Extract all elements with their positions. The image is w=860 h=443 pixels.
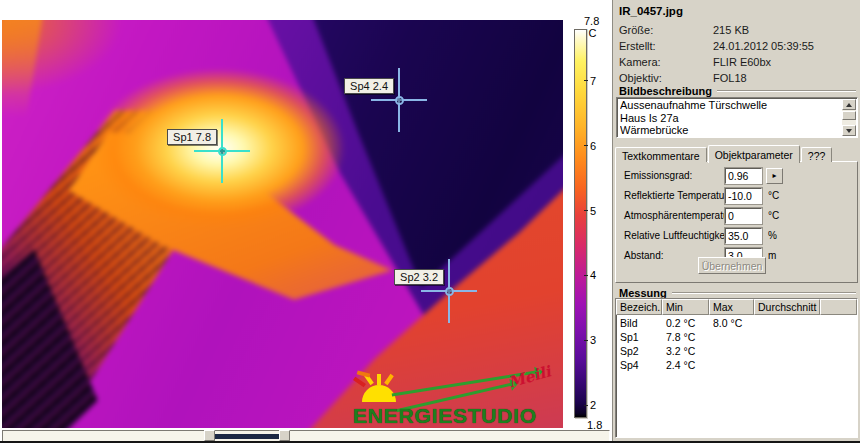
scale-tick: 6 xyxy=(584,140,596,152)
parameter-unit: m xyxy=(768,250,776,261)
measurement-cell: 8.0 °C xyxy=(709,317,754,331)
description-text: Aussenaufnahme TürschwelleHaus Is 27aWär… xyxy=(620,99,840,137)
temperature-scale-bar[interactable] xyxy=(574,29,587,418)
measurement-column-header[interactable]: Bezeich... xyxy=(616,299,662,315)
file-info-value: FLIR E60bx xyxy=(713,56,771,68)
measurement-cell: 2.4 °C xyxy=(662,359,709,373)
measurement-cell xyxy=(754,317,820,331)
measurement-row[interactable]: Sp17.8 °C xyxy=(616,331,857,345)
scale-tick: 4 xyxy=(584,269,596,281)
scale-tick: 3 xyxy=(584,334,596,346)
measurement-cell: Bild xyxy=(616,317,662,331)
scale-tick: 2 xyxy=(584,399,596,411)
parameter-input[interactable] xyxy=(725,228,762,244)
apply-button[interactable]: Übernehmen xyxy=(698,257,766,274)
parameter-unit: % xyxy=(768,230,777,241)
file-info-rows: Größe:215 KBErstellt:24.01.2012 05:39:55… xyxy=(613,24,860,88)
measurement-header-row: Bezeich...MinMaxDurchschnitt xyxy=(616,299,857,315)
measurement-row[interactable]: Sp42.4 °C xyxy=(616,359,857,373)
tick-mark xyxy=(584,405,588,406)
object-parameters-panel: Emissionsgrad:▸Reflektierte Temperatur:°… xyxy=(615,161,858,283)
measurement-cell: Sp1 xyxy=(616,331,662,345)
spot-markers: Sp1 7.8Sp4 2.4Sp2 3.2 xyxy=(2,20,563,428)
measurement-cell: 7.8 °C xyxy=(662,331,709,345)
tab-unknown[interactable]: ??? xyxy=(801,147,833,162)
measurement-rows: Bild0.2 °C8.0 °CSp17.8 °CSp23.2 °CSp42.4… xyxy=(616,315,857,373)
file-info-label: Erstellt: xyxy=(619,40,713,52)
spot-label[interactable]: Sp2 3.2 xyxy=(394,269,444,285)
tab-textkommentare[interactable]: Textkommentare xyxy=(615,147,707,162)
tick-label: 6 xyxy=(590,140,596,152)
info-panel: IR_0457.jpg Größe:215 KBErstellt:24.01.2… xyxy=(612,0,860,443)
parameter-input[interactable] xyxy=(725,188,762,204)
measurement-cell: Sp2 xyxy=(616,345,662,359)
file-info-label: Objektiv: xyxy=(619,72,713,84)
measurement-column-header[interactable]: Min xyxy=(662,299,709,315)
scale-max-label: 7.8 °C xyxy=(584,15,612,39)
measurement-cell xyxy=(754,331,820,345)
parameter-row: Atmosphärentemperatur:°C xyxy=(616,209,857,223)
measurement-cell: Sp4 xyxy=(616,359,662,373)
measurement-cell xyxy=(820,359,857,373)
parameter-label: Reflektierte Temperatur: xyxy=(624,190,731,201)
measurement-row[interactable]: Bild0.2 °C8.0 °C xyxy=(616,317,857,331)
description-line: Wärmebrücke xyxy=(620,124,840,137)
emissivity-options-button[interactable]: ▸ xyxy=(766,168,783,184)
tick-label: 5 xyxy=(590,205,596,217)
measurement-cell: 3.2 °C xyxy=(662,345,709,359)
parameter-input[interactable] xyxy=(725,168,762,184)
parameter-label: Relative Luftfeuchtigkeit: xyxy=(624,230,733,241)
tick-mark xyxy=(584,80,588,81)
span-slider-right-handle[interactable] xyxy=(279,430,290,441)
scale-tick: 5 xyxy=(584,205,596,217)
parameter-label: Emissionsgrad: xyxy=(624,170,692,181)
measurement-cell xyxy=(754,359,820,373)
measurement-column-header xyxy=(820,299,857,315)
measurement-column-header[interactable]: Max xyxy=(709,299,754,315)
scrollbar-thumb[interactable] xyxy=(842,111,856,120)
parameter-fields: Emissionsgrad:▸Reflektierte Temperatur:°… xyxy=(616,169,857,263)
span-slider-bar[interactable] xyxy=(215,434,285,439)
tick-mark xyxy=(584,275,588,276)
measurement-cell xyxy=(820,331,857,345)
tick-mark xyxy=(584,340,588,341)
description-scrollbar[interactable] xyxy=(842,99,856,136)
description-section-header: Bildbeschreibung xyxy=(619,85,856,97)
arrow-up-icon xyxy=(846,100,852,107)
measurement-table: Bezeich...MinMaxDurchschnitt Bild0.2 °C8… xyxy=(615,298,858,438)
measurement-cell xyxy=(754,345,820,359)
section-divider xyxy=(672,292,856,294)
span-slider-left-handle[interactable] xyxy=(204,430,215,441)
tab-strip: TextkommentareObjektparameter??? xyxy=(615,144,833,162)
thermal-image[interactable]: Meili ENERGIESTUDIO Sp1 7.8Sp4 2.4Sp2 3.… xyxy=(2,20,563,428)
parameter-row: Reflektierte Temperatur:°C xyxy=(616,189,857,203)
scroll-up-button[interactable] xyxy=(842,99,856,110)
scroll-down-button[interactable] xyxy=(842,125,856,136)
image-viewer: Meili ENERGIESTUDIO Sp1 7.8Sp4 2.4Sp2 3.… xyxy=(0,0,612,443)
tick-label: 4 xyxy=(590,269,596,281)
measurement-column-header[interactable]: Durchschnitt xyxy=(754,299,820,315)
parameter-input[interactable] xyxy=(725,208,762,224)
file-title: IR_0457.jpg xyxy=(619,5,683,17)
measurement-cell xyxy=(820,317,857,331)
section-divider xyxy=(717,90,856,92)
measurement-cell xyxy=(709,331,754,345)
parameter-label: Abstand: xyxy=(624,250,663,261)
measurement-cell xyxy=(709,359,754,373)
file-info-row: Erstellt:24.01.2012 05:39:55 xyxy=(613,40,860,56)
description-title: Bildbeschreibung xyxy=(619,85,712,97)
parameter-unit: °C xyxy=(768,190,779,201)
file-info-value: FOL18 xyxy=(713,72,747,84)
parameter-row: Emissionsgrad:▸ xyxy=(616,169,857,183)
measurement-row[interactable]: Sp23.2 °C xyxy=(616,345,857,359)
parameter-unit: °C xyxy=(768,210,779,221)
crosshair-center[interactable] xyxy=(445,287,454,296)
parameter-row: Relative Luftfeuchtigkeit:% xyxy=(616,229,857,243)
description-line: Haus Is 27a xyxy=(620,112,840,125)
description-line: Aussenaufnahme Türschwelle xyxy=(620,99,840,112)
description-box[interactable]: Aussenaufnahme TürschwelleHaus Is 27aWär… xyxy=(616,97,858,138)
tab-objektparameter[interactable]: Objektparameter xyxy=(708,145,800,163)
scale-tick: 7 xyxy=(584,75,596,87)
file-info-value: 24.01.2012 05:39:55 xyxy=(713,40,814,52)
file-info-label: Größe: xyxy=(619,24,713,36)
